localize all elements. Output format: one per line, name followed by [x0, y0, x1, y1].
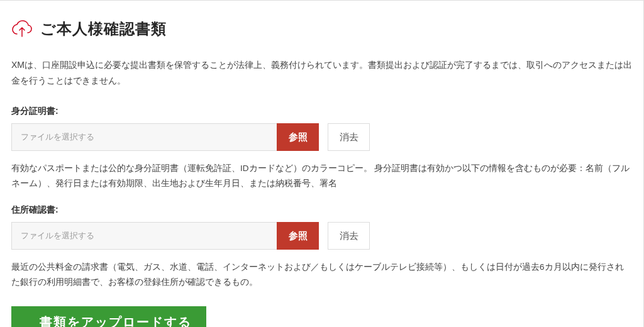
address-file-row: ファイルを選択する 参照 消去 — [11, 222, 632, 250]
address-label: 住所確認書: — [11, 204, 632, 216]
identity-clear-button[interactable]: 消去 — [328, 123, 370, 151]
identity-file-row: ファイルを選択する 参照 消去 — [11, 123, 632, 151]
identity-file-input[interactable]: ファイルを選択する — [11, 123, 277, 151]
address-note: 最近の公共料金の請求書（電気、ガス、水道、電話、インターネットおよび／もしくはケ… — [11, 260, 632, 289]
document-upload-panel: ご本人様確認書類 XMは、口座開設申込に必要な提出書類を保管することが法律上、義… — [0, 0, 644, 327]
address-browse-button[interactable]: 参照 — [277, 222, 319, 250]
intro-text: XMは、口座開設申込に必要な提出書類を保管することが法律上、義務付けられています… — [11, 57, 632, 88]
address-file-input[interactable]: ファイルを選択する — [11, 222, 277, 250]
page-title: ご本人様確認書類 — [40, 19, 167, 39]
identity-label: 身分証明書: — [11, 106, 632, 117]
upload-documents-button[interactable]: 書類をアップロードする — [11, 306, 206, 328]
address-field-block: 住所確認書: ファイルを選択する 参照 消去 最近の公共料金の請求書（電気、ガス… — [11, 204, 632, 289]
address-clear-button[interactable]: 消去 — [328, 222, 370, 250]
identity-browse-button[interactable]: 参照 — [277, 123, 319, 151]
upload-icon — [11, 18, 33, 40]
submit-row: 書類をアップロードする — [11, 306, 632, 328]
identity-field-block: 身分証明書: ファイルを選択する 参照 消去 有効なパスポートまたは公的な身分証… — [11, 106, 632, 191]
identity-note: 有効なパスポートまたは公的な身分証明書（運転免許証、IDカードなど）のカラーコピ… — [11, 161, 632, 191]
panel-header: ご本人様確認書類 — [11, 18, 632, 40]
